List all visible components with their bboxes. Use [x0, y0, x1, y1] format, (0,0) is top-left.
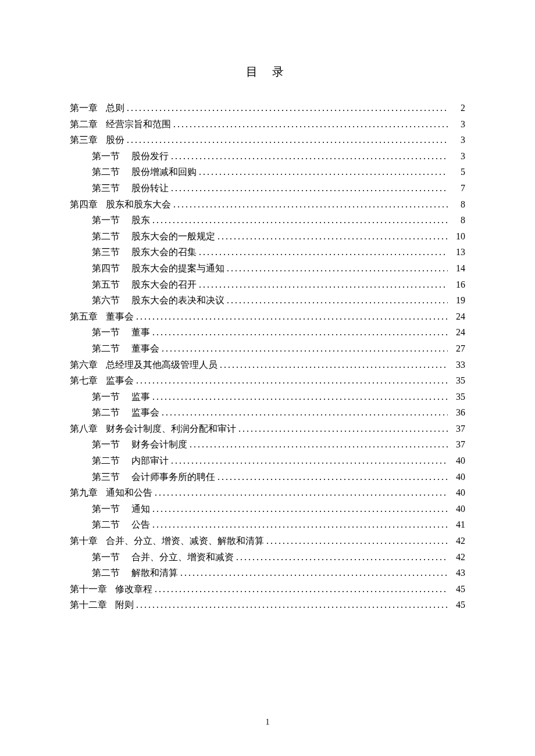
toc-section-entry: 第四节股东大会的提案与通知14 — [70, 261, 465, 276]
entry-prefix: 第十章 — [70, 533, 106, 549]
toc-section-entry: 第二节股东大会的一般规定10 — [70, 229, 465, 244]
entry-name: 修改章程 — [115, 582, 152, 597]
entry-prefix: 第一节 — [92, 325, 131, 340]
table-of-contents: 第一章总则2第二章经营宗旨和范围3第三章股份3第一节股份发行3第二节股份增减和回… — [70, 101, 465, 612]
leader-dots — [180, 565, 448, 581]
toc-chapter-entry: 第八章财务会计制度、利润分配和审计37 — [70, 421, 465, 436]
toc-title: 目 录 — [70, 64, 465, 80]
leader-dots — [162, 341, 448, 356]
toc-section-entry: 第一节股份发行3 — [70, 149, 465, 164]
entry-name: 股东 — [131, 213, 150, 228]
toc-section-entry: 第二节监事会36 — [70, 405, 465, 420]
toc-section-entry: 第一节监事35 — [70, 389, 465, 404]
entry-prefix: 第一章 — [70, 101, 106, 116]
leader-dots — [152, 213, 448, 228]
toc-chapter-entry: 第四章股东和股东大会8 — [70, 197, 465, 212]
entry-prefix: 第一节 — [92, 550, 131, 565]
toc-section-entry: 第五节股东大会的召开16 — [70, 277, 465, 292]
leader-dots — [162, 405, 448, 420]
entry-page-number: 40 — [450, 485, 465, 500]
entry-name: 总经理及其他高级管理人员 — [106, 357, 217, 372]
leader-dots — [227, 261, 448, 276]
entry-page-number: 40 — [450, 470, 465, 485]
leader-dots — [217, 229, 448, 244]
toc-section-entry: 第一节董事24 — [70, 325, 465, 340]
entry-prefix: 第二节 — [92, 517, 131, 532]
leader-dots — [236, 550, 448, 565]
leader-dots — [152, 389, 448, 404]
leader-dots — [152, 501, 448, 517]
entry-page-number: 40 — [450, 501, 465, 517]
entry-prefix: 第十一章 — [70, 582, 115, 597]
toc-chapter-entry: 第九章通知和公告40 — [70, 485, 465, 500]
entry-prefix: 第十二章 — [70, 597, 115, 612]
leader-dots — [171, 181, 448, 196]
entry-page-number: 33 — [450, 357, 465, 372]
entry-name: 合并、分立、增资和减资 — [131, 550, 234, 565]
entry-page-number: 3 — [450, 132, 465, 148]
entry-prefix: 第二节 — [92, 453, 131, 468]
entry-page-number: 35 — [450, 389, 465, 404]
toc-section-entry: 第三节会计师事务所的聘任40 — [70, 470, 465, 485]
entry-page-number: 35 — [450, 373, 465, 388]
entry-page-number: 8 — [450, 197, 465, 212]
entry-page-number: 45 — [450, 597, 465, 612]
entry-page-number: 2 — [450, 101, 465, 116]
entry-page-number: 37 — [450, 421, 465, 436]
toc-section-entry: 第二节董事会27 — [70, 341, 465, 356]
document-page: 目 录 第一章总则2第二章经营宗旨和范围3第三章股份3第一节股份发行3第二节股份… — [0, 0, 535, 612]
entry-name: 股东大会的一般规定 — [131, 229, 215, 244]
toc-section-entry: 第二节解散和清算43 — [70, 565, 465, 581]
entry-prefix: 第二节 — [92, 229, 131, 244]
entry-name: 董事会 — [106, 309, 134, 324]
entry-page-number: 3 — [450, 117, 465, 132]
toc-section-entry: 第六节股东大会的表决和决议19 — [70, 293, 465, 308]
entry-name: 总则 — [106, 101, 124, 116]
toc-section-entry: 第二节内部审计40 — [70, 453, 465, 468]
entry-name: 附则 — [115, 597, 134, 612]
entry-page-number: 13 — [450, 245, 465, 260]
leader-dots — [173, 197, 448, 212]
entry-prefix: 第二节 — [92, 405, 131, 420]
entry-name: 监事会 — [131, 405, 159, 420]
entry-page-number: 41 — [450, 517, 465, 532]
leader-dots — [266, 533, 448, 549]
entry-prefix: 第二节 — [92, 164, 131, 180]
entry-name: 股东大会的召开 — [131, 277, 197, 292]
entry-prefix: 第三章 — [70, 132, 106, 148]
leader-dots — [227, 293, 448, 308]
entry-page-number: 45 — [450, 582, 465, 597]
entry-name: 合并、分立、增资、减资、解散和清算 — [106, 533, 264, 549]
toc-section-entry: 第一节合并、分立、增资和减资42 — [70, 550, 465, 565]
toc-section-entry: 第一节财务会计制度37 — [70, 437, 465, 452]
toc-section-entry: 第一节通知40 — [70, 501, 465, 517]
entry-page-number: 40 — [450, 453, 465, 468]
leader-dots — [136, 373, 448, 388]
entry-name: 股东和股东大会 — [106, 197, 171, 212]
toc-chapter-entry: 第一章总则2 — [70, 101, 465, 116]
toc-chapter-entry: 第五章董事会24 — [70, 309, 465, 324]
toc-section-entry: 第三节股东大会的召集13 — [70, 245, 465, 260]
entry-name: 监事会 — [106, 373, 134, 388]
entry-page-number: 24 — [450, 309, 465, 324]
toc-chapter-entry: 第三章股份3 — [70, 132, 465, 148]
entry-prefix: 第六节 — [92, 293, 131, 308]
entry-name: 财务会计制度 — [131, 437, 187, 452]
leader-dots — [199, 277, 448, 292]
page-number-footer: 1 — [0, 718, 535, 727]
entry-prefix: 第一节 — [92, 437, 131, 452]
entry-prefix: 第五章 — [70, 309, 106, 324]
toc-chapter-entry: 第十二章附则45 — [70, 597, 465, 612]
entry-prefix: 第五节 — [92, 277, 131, 292]
entry-name: 监事 — [131, 389, 150, 404]
entry-page-number: 27 — [450, 341, 465, 356]
entry-prefix: 第二节 — [92, 341, 131, 356]
leader-dots — [220, 357, 448, 372]
leader-dots — [136, 309, 448, 324]
leader-dots — [173, 117, 448, 132]
entry-name: 董事 — [131, 325, 150, 340]
entry-prefix: 第三节 — [92, 245, 131, 260]
entry-name: 股东大会的提案与通知 — [131, 261, 224, 276]
entry-page-number: 36 — [450, 405, 465, 420]
leader-dots — [127, 132, 448, 148]
